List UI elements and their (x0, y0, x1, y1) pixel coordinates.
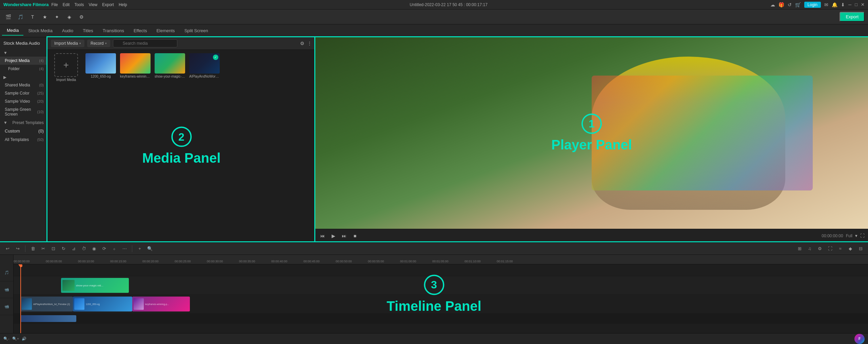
zoom-out-icon[interactable]: 🔍- (3, 337, 9, 341)
menu-help[interactable]: Help (119, 2, 127, 7)
add-track-button[interactable]: + (136, 245, 144, 253)
menu-export[interactable]: Export (102, 2, 114, 7)
download-icon[interactable]: ⬇ (841, 2, 845, 7)
delete-button[interactable]: 🗑 (29, 245, 37, 253)
clip-keyframes[interactable]: keyframes-winning-p... (132, 297, 190, 311)
ripple-button[interactable]: ≈ (836, 245, 844, 253)
refresh-icon[interactable]: ↺ (788, 2, 792, 7)
sidebar-item-sample-color[interactable]: Sample Color (25) (0, 89, 47, 97)
tab-split-screen[interactable]: Split Screen (180, 26, 213, 35)
tab-transitions[interactable]: Transitions (98, 26, 129, 35)
tab-elements[interactable]: Elements (152, 26, 179, 35)
sidebar-item-all-templates[interactable]: All Templates (50) (0, 136, 47, 144)
stop-button[interactable]: ■ (351, 233, 359, 239)
tab-effects[interactable]: Effects (129, 26, 152, 35)
grid-view-icon[interactable]: ⋮ (307, 41, 312, 46)
sidebar-item-folder[interactable]: Folder (4) (0, 65, 47, 73)
import-media-button[interactable]: Import Media ▾ (51, 40, 84, 47)
media-item-3[interactable]: show-your-magic-vid... (155, 53, 185, 82)
toolbar-audio-icon[interactable]: 🎵 (16, 12, 25, 22)
play-button[interactable]: ▶ (330, 233, 337, 239)
cloud-icon[interactable]: ☁ (770, 2, 775, 7)
zoom-in-button[interactable]: 🔍 (146, 245, 154, 253)
sidebar-item-custom[interactable]: Custom (0) (0, 126, 47, 136)
clip-label: keyframes-winning-p... (145, 303, 169, 305)
toolbar-transition-icon[interactable]: ◈ (64, 12, 74, 22)
media-item-1[interactable]: 1200_650-og (85, 53, 116, 82)
clip-show-magic[interactable]: show-your-magic-vid... (61, 278, 129, 293)
chevron-down-icon: ▾ (105, 42, 107, 45)
bell-icon[interactable]: 🔔 (832, 2, 837, 7)
zoom-in-icon[interactable]: 🔍+ (12, 337, 19, 341)
section-shared-media[interactable]: ▶ (0, 73, 47, 81)
mark-button[interactable]: ⬦ (110, 245, 118, 253)
snap-button[interactable]: ⊞ (795, 245, 804, 253)
export-button[interactable]: Export (840, 12, 865, 22)
menu-view[interactable]: View (88, 2, 97, 7)
rotate-button[interactable]: ↻ (59, 245, 67, 253)
toolbar-text-icon[interactable]: T (28, 12, 37, 22)
filter-icon[interactable]: ⚙ (300, 41, 304, 46)
menu-file[interactable]: File (51, 2, 58, 7)
volume-icon[interactable]: 🔊 (22, 337, 26, 341)
section-preset-templates[interactable]: ▼ Preset Templates (0, 118, 47, 126)
split-audio-button[interactable]: ⊟ (856, 245, 865, 253)
expand-button[interactable]: ⛶ (826, 245, 834, 253)
audio-stretch-button[interactable]: ♫ (806, 245, 814, 253)
sidebar-item-sample-video[interactable]: Sample Video (20) (0, 97, 47, 105)
timeline-settings[interactable]: ⚙ (816, 245, 824, 253)
minimize-button[interactable]: ─ (848, 2, 851, 7)
clip-thumb (62, 280, 75, 291)
timeline-playhead[interactable] (20, 264, 21, 333)
menu-tools[interactable]: Tools (74, 2, 84, 7)
menu-edit[interactable]: Edit (63, 2, 70, 7)
cart-icon[interactable]: 🛒 (795, 2, 801, 7)
crop-button[interactable]: ⊡ (49, 245, 57, 253)
item-count: (50) (37, 138, 44, 142)
mail-icon[interactable]: ✉ (824, 2, 828, 7)
keyframe-button[interactable]: ◆ (846, 245, 854, 253)
stabilize-button[interactable]: ⟳ (100, 245, 108, 253)
tab-stock-media[interactable]: Stock Media (23, 26, 57, 35)
cut-button[interactable]: ✂ (39, 245, 47, 253)
auto-color-button[interactable]: ◉ (90, 245, 98, 253)
sidebar-item-shared-media[interactable]: Shared Media (0) (0, 81, 47, 89)
clip-content: show-your-magic-vid... (61, 278, 129, 293)
media-search-input[interactable] (113, 39, 177, 47)
item-count: (25) (37, 91, 44, 95)
player-controls: ⏮ ▶ ⏭ ■ 00:00:00:00 Full ▾ ⛶ (315, 229, 868, 242)
media-item-2[interactable]: keyframes-winning-p... (120, 53, 151, 82)
detach-button[interactable]: ⊿ (70, 245, 78, 253)
go-start-button[interactable]: ⏮ (319, 233, 326, 239)
toolbar-effect-icon[interactable]: ✦ (52, 12, 62, 22)
tab-media[interactable]: Media (2, 26, 23, 36)
media-item-label-1: 1200_650-og (85, 75, 116, 78)
speed-button[interactable]: ⏱ (80, 245, 88, 253)
media-item-4[interactable]: ✓ AIPlayAndNoWork_1... (189, 53, 220, 82)
more-tools[interactable]: ⋯ (120, 245, 129, 253)
main-toolbar: 🎬 🎵 T ★ ✦ ◈ ⚙ Export (0, 9, 868, 24)
undo-button[interactable]: ↩ (3, 245, 12, 253)
close-button[interactable]: ✕ (861, 2, 865, 7)
import-media-item[interactable]: + Import Media (51, 53, 81, 82)
maximize-button[interactable]: □ (855, 2, 857, 7)
toolbar-sticker-icon[interactable]: ★ (40, 12, 50, 22)
fullscreen-button[interactable]: ⛶ (860, 233, 865, 238)
record-button[interactable]: Record ▾ (87, 40, 110, 47)
import-media-button-large[interactable]: + (54, 53, 78, 77)
zoom-dropdown[interactable]: ▾ (855, 233, 857, 238)
login-button[interactable]: Login (804, 2, 821, 8)
section-project-media[interactable]: ▼ (0, 48, 47, 57)
toolbar-media-icon[interactable]: 🎬 (3, 12, 13, 22)
toolbar-settings-icon[interactable]: ⚙ (77, 12, 86, 22)
tab-titles[interactable]: Titles (78, 26, 98, 35)
gift-icon[interactable]: 🎁 (778, 2, 784, 7)
tab-audio[interactable]: Audio (57, 26, 78, 35)
redo-button[interactable]: ↪ (14, 245, 22, 253)
step-forward-button[interactable]: ⏭ (340, 233, 348, 239)
clip-aiplay[interactable]: AIPlayAndNoWork_txt_Preview (2) (20, 297, 73, 311)
clip-1200[interactable]: 1200_650-og (73, 297, 132, 311)
audio-clip[interactable] (20, 315, 76, 322)
sidebar-item-sample-green[interactable]: Sample Green Screen (10) (0, 105, 47, 118)
sidebar-item-project-media[interactable]: Project Media (4) (0, 57, 47, 65)
